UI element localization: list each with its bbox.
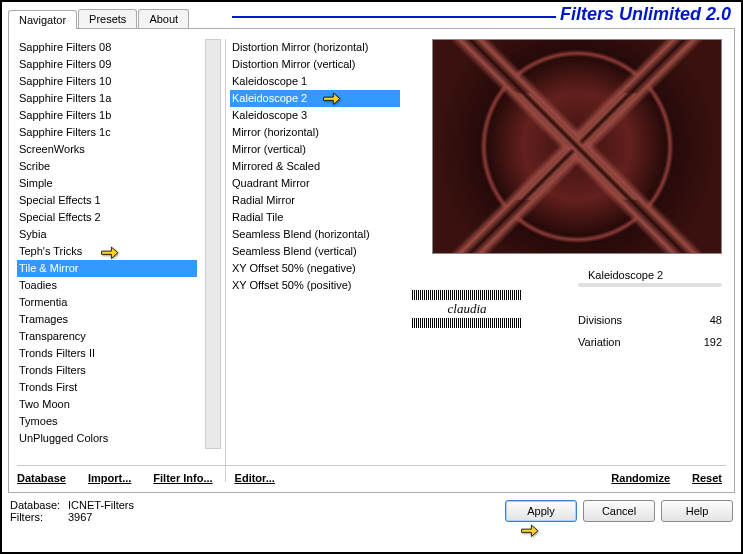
list-item[interactable]: Toadies [17, 277, 197, 294]
list-item[interactable]: Two Moon [17, 396, 197, 413]
database-button[interactable]: Database [17, 472, 66, 484]
list-item[interactable]: Mirror (vertical) [230, 141, 400, 158]
list-item[interactable]: Kaleidoscope 3 [230, 107, 400, 124]
param-row[interactable]: Variation192 [578, 331, 722, 353]
list-item[interactable]: Distortion Mirror (horizontal) [230, 39, 400, 56]
list-item[interactable]: Sybia [17, 226, 197, 243]
param-name: Variation [578, 333, 621, 351]
tab-navigator[interactable]: Navigator [8, 10, 77, 29]
list-item[interactable]: Tile & Mirror [17, 260, 197, 277]
param-name: Divisions [578, 311, 622, 329]
parameter-list: Divisions48Variation192 [578, 309, 722, 353]
list-item[interactable]: Quadrant Mirror [230, 175, 400, 192]
list-item[interactable]: Special Effects 2 [17, 209, 197, 226]
app-title: Filters Unlimited 2.0 [556, 4, 735, 25]
randomize-button[interactable]: Randomize [611, 472, 670, 484]
list-item[interactable]: Tronds First [17, 379, 197, 396]
list-item[interactable]: Distortion Mirror (vertical) [230, 56, 400, 73]
list-item[interactable]: Mirror (horizontal) [230, 124, 400, 141]
filter-list[interactable]: Distortion Mirror (horizontal)Distortion… [230, 39, 400, 449]
list-item[interactable]: Sapphire Filters 1c [17, 124, 197, 141]
help-button[interactable]: Help [661, 500, 733, 522]
cancel-button[interactable]: Cancel [583, 500, 655, 522]
divider [225, 39, 226, 482]
list-item[interactable]: Radial Tile [230, 209, 400, 226]
navigator-panel: Sapphire Filters 08Sapphire Filters 09Sa… [8, 28, 735, 493]
category-scrollbar[interactable] [205, 39, 221, 449]
param-row[interactable]: Divisions48 [578, 309, 722, 331]
list-item[interactable]: Sapphire Filters 08 [17, 39, 197, 56]
list-item[interactable]: Tormentia [17, 294, 197, 311]
list-item[interactable]: Scribe [17, 158, 197, 175]
preview-image [432, 39, 722, 254]
tab-about[interactable]: About [138, 9, 189, 28]
list-item[interactable]: Teph's Tricks [17, 243, 197, 260]
param-value: 48 [710, 311, 722, 329]
list-item[interactable]: XY Offset 50% (negative) [230, 260, 400, 277]
list-item[interactable]: Tramages [17, 311, 197, 328]
list-item[interactable]: UnPlugged Tools [17, 447, 197, 449]
list-item[interactable]: UnPlugged Colors [17, 430, 197, 447]
list-item[interactable]: Simple [17, 175, 197, 192]
list-item[interactable]: Transparency [17, 328, 197, 345]
list-item[interactable]: Sapphire Filters 09 [17, 56, 197, 73]
list-item[interactable]: XY Offset 50% (positive) [230, 277, 400, 294]
list-item[interactable]: Seamless Blend (horizontal) [230, 226, 400, 243]
footer-info: Database:ICNET-Filters Filters:3967 [10, 499, 134, 523]
list-item[interactable]: Tronds Filters II [17, 345, 197, 362]
list-item[interactable]: Sapphire Filters 1b [17, 107, 197, 124]
filter-info-button[interactable]: Filter Info... [153, 472, 212, 484]
list-item[interactable]: Kaleidoscope 2 [230, 90, 400, 107]
filter-progress [578, 283, 722, 287]
category-list[interactable]: Sapphire Filters 08Sapphire Filters 09Sa… [17, 39, 197, 449]
list-item[interactable]: Seamless Blend (vertical) [230, 243, 400, 260]
tab-presets[interactable]: Presets [78, 9, 137, 28]
list-item[interactable]: Radial Mirror [230, 192, 400, 209]
list-item[interactable]: Special Effects 1 [17, 192, 197, 209]
list-item[interactable]: ScreenWorks [17, 141, 197, 158]
list-item[interactable]: Tymoes [17, 413, 197, 430]
list-item[interactable]: Sapphire Filters 1a [17, 90, 197, 107]
param-value: 192 [704, 333, 722, 351]
apply-button[interactable]: Apply [505, 500, 577, 522]
list-item[interactable]: Sapphire Filters 10 [17, 73, 197, 90]
list-item[interactable]: Kaleidoscope 1 [230, 73, 400, 90]
reset-button[interactable]: Reset [692, 472, 722, 484]
editor-button[interactable]: Editor... [235, 472, 275, 484]
import-button[interactable]: Import... [88, 472, 131, 484]
list-item[interactable]: Tronds Filters [17, 362, 197, 379]
list-item[interactable]: Mirrored & Scaled [230, 158, 400, 175]
current-filter-name: Kaleidoscope 2 [578, 269, 722, 281]
